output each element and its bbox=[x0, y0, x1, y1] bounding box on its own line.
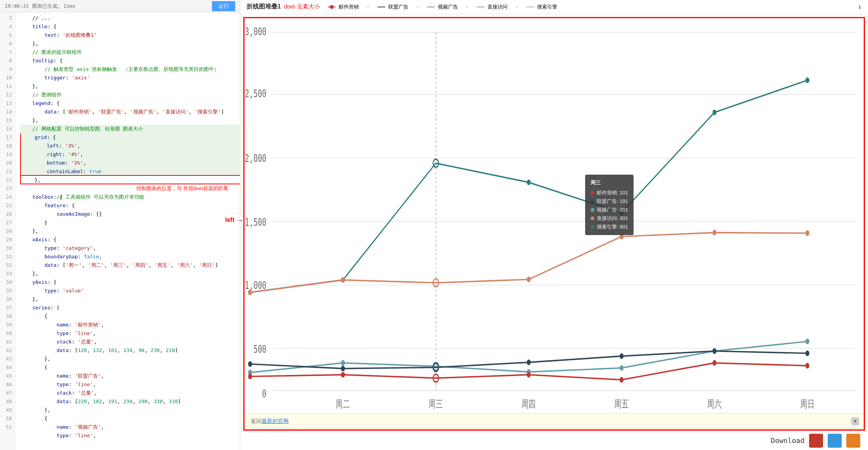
svg-point-28 bbox=[341, 277, 345, 283]
code-line: toolbox: { bbox=[20, 193, 240, 201]
legend-item-video: 视频广告 bbox=[427, 3, 458, 10]
svg-text:周五: 周五 bbox=[614, 398, 629, 410]
legend-label-direct: 直接访问 bbox=[487, 3, 508, 10]
code-line: }, bbox=[20, 295, 240, 304]
svg-point-52 bbox=[620, 377, 623, 383]
code-line: series: [ bbox=[20, 304, 240, 312]
footer-icon-blue[interactable] bbox=[828, 434, 842, 448]
code-line: // 图例组件 bbox=[20, 91, 240, 99]
code-line: data: [220, 182, 191, 234, 290, 330, 310… bbox=[20, 397, 240, 406]
code-line: // 工具箱组件 可以另存为图片等功能 控制图表的位置，与 外层dom容器的距离 bbox=[20, 184, 240, 193]
legend-label-search: 搜索引擎 bbox=[537, 3, 557, 10]
code-line: right: '4%', bbox=[20, 150, 240, 159]
legend-label-alliance: 联盟广告 bbox=[388, 3, 408, 10]
tooltip-title: 周三 bbox=[591, 179, 628, 187]
chart-tooltip: 周三 邮件营销: 101 联盟广告: 191 视频广告: 201 直接访问: 3… bbox=[585, 175, 634, 235]
code-line: yAxis: { bbox=[20, 278, 240, 287]
svg-text:周日: 周日 bbox=[800, 398, 815, 410]
tooltip-row-video: 视频广告: 201 bbox=[591, 206, 628, 214]
download-icon[interactable]: ⬇ bbox=[858, 3, 862, 11]
footer-icon-orange[interactable] bbox=[846, 434, 860, 448]
svg-point-51 bbox=[527, 372, 530, 378]
code-line: { bbox=[20, 414, 240, 423]
code-line: type: 'line', bbox=[20, 380, 240, 389]
bottom-bar-link[interactable]: 最新的官网 bbox=[262, 418, 289, 425]
legend-sep4: ○ bbox=[515, 4, 518, 10]
line-numbers: 34567 89101112 1314151617 1819202122 232… bbox=[0, 12, 16, 450]
svg-point-53 bbox=[713, 360, 716, 366]
chart-panel: 折线图堆叠1 dom 元素大小 邮件营销 ○ 联盟广告 ○ 视频广告 ○ bbox=[240, 0, 868, 450]
code-content[interactable]: // ... title: { text: '折线图堆叠1' }, // 图表的… bbox=[16, 12, 240, 450]
legend-label-email: 邮件营销 bbox=[339, 3, 359, 10]
code-line-grid-comment: // 网格配置 可以控制线型图、柱形图 图表大小 bbox=[20, 125, 240, 133]
svg-point-23 bbox=[527, 180, 530, 185]
svg-text:1,500: 1,500 bbox=[245, 216, 266, 228]
code-line: type: 'value' bbox=[20, 287, 240, 295]
code-line: }, bbox=[20, 40, 240, 48]
code-line: stack: '总量', bbox=[20, 338, 240, 346]
code-line: // ... bbox=[20, 14, 240, 22]
legend-sep3: ○ bbox=[466, 4, 469, 10]
svg-point-30 bbox=[527, 277, 530, 282]
tooltip-label-alliance: 联盟广告: 191 bbox=[597, 197, 628, 206]
svg-point-40 bbox=[805, 338, 809, 344]
download-label: Download bbox=[771, 436, 804, 445]
code-line: containLabel: true bbox=[20, 167, 240, 176]
control-annotation: 控制图表的位置，与 外层dom容器的距离 bbox=[136, 184, 228, 193]
chart-title: 折线图堆叠1 bbox=[246, 3, 281, 11]
svg-point-45 bbox=[620, 353, 623, 359]
tooltip-row-email: 邮件营销: 101 bbox=[591, 189, 628, 197]
code-line: }, bbox=[20, 406, 240, 414]
code-line: saveAsImage: {} bbox=[20, 210, 240, 218]
svg-text:2,000: 2,000 bbox=[245, 153, 266, 164]
svg-point-41 bbox=[248, 361, 252, 367]
series-direct-line bbox=[250, 233, 807, 292]
code-line: // 图表的提示框组件 bbox=[20, 48, 240, 57]
code-panel: 19:06:31 图表已生成, 11ms 运行 34567 89101112 1… bbox=[0, 0, 240, 450]
svg-point-48 bbox=[248, 374, 252, 380]
code-line: feature: { bbox=[20, 201, 240, 210]
svg-text:0: 0 bbox=[262, 388, 266, 400]
bottom-bar-close[interactable]: × bbox=[851, 417, 859, 425]
code-line: }, bbox=[20, 116, 240, 125]
code-line: text: '折线图堆叠1' bbox=[20, 31, 240, 40]
svg-point-42 bbox=[341, 366, 345, 371]
tooltip-row-search: 搜索引擎: 901 bbox=[591, 223, 628, 231]
tooltip-label-direct: 直接访问: 301 bbox=[597, 214, 628, 223]
tooltip-dot-video bbox=[591, 208, 594, 212]
svg-point-46 bbox=[713, 348, 716, 354]
code-line: { bbox=[20, 312, 240, 321]
legend-label-video: 视频广告 bbox=[438, 3, 458, 10]
svg-point-25 bbox=[713, 110, 716, 115]
tooltip-dot-email bbox=[591, 191, 594, 195]
svg-point-49 bbox=[341, 372, 345, 378]
tooltip-row-direct: 直接访问: 301 bbox=[591, 214, 628, 223]
svg-point-54 bbox=[805, 363, 809, 369]
code-line: type: 'category', bbox=[20, 244, 240, 252]
code-line: type: 'line', bbox=[20, 329, 240, 338]
code-line: }, bbox=[20, 176, 240, 184]
chart-title-annotation: dom 元素大小 bbox=[284, 3, 320, 10]
svg-text:3,000: 3,000 bbox=[245, 26, 266, 37]
status-text: 图表已生成, 11ms bbox=[32, 3, 76, 10]
run-button[interactable]: 运行 bbox=[212, 1, 235, 11]
svg-point-33 bbox=[805, 230, 809, 236]
code-line: { bbox=[20, 363, 240, 372]
code-line: grid: { bbox=[20, 133, 240, 142]
left-annotation: left → bbox=[225, 216, 244, 225]
svg-point-26 bbox=[805, 77, 809, 83]
svg-point-35 bbox=[341, 360, 345, 366]
app-footer: Download bbox=[240, 431, 868, 450]
svg-point-47 bbox=[805, 350, 809, 356]
svg-point-44 bbox=[527, 359, 530, 365]
legend-item-email: 邮件营销 bbox=[328, 3, 359, 10]
legend-item-direct: 直接访问 bbox=[477, 3, 508, 10]
code-line: } bbox=[20, 218, 240, 227]
code-line: data: ['邮件营销', '联盟广告', '视频广告', '直接访问', '… bbox=[20, 108, 240, 116]
tooltip-dot-search bbox=[591, 225, 594, 229]
footer-icon-red[interactable] bbox=[809, 434, 823, 448]
bottom-bar-text: 返回 bbox=[251, 418, 262, 425]
code-line: data: ['周一', '周二', '周三', '周四', '周五', '周六… bbox=[20, 261, 240, 270]
svg-point-38 bbox=[620, 365, 623, 371]
tooltip-label-search: 搜索引擎: 901 bbox=[597, 223, 628, 231]
